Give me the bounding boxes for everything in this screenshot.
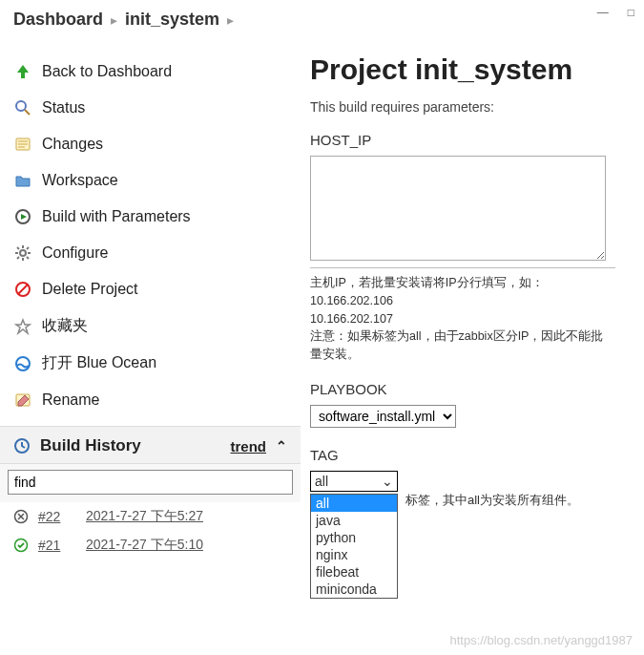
svg-line-12	[17, 247, 19, 249]
svg-line-1	[25, 110, 30, 115]
hint-line: 10.166.202.106	[310, 292, 615, 310]
chevron-up-icon[interactable]: ⌃	[276, 438, 287, 454]
tag-selected-value: all	[315, 474, 328, 489]
chevron-right-icon: ▸	[111, 12, 117, 28]
build-number[interactable]: #22	[38, 509, 76, 524]
window-min-icon[interactable]: —	[597, 6, 609, 19]
hostip-textarea[interactable]	[310, 156, 606, 261]
hint-line: 注意：如果标签为all，由于zabbix区分IP，因此不能批量安装。	[310, 328, 615, 364]
nav-label: Status	[42, 99, 85, 116]
nav-label: Delete Project	[42, 281, 138, 298]
requires-params-text: This build requires parameters:	[310, 99, 629, 115]
nav-build-with-parameters[interactable]: Build with Parameters	[0, 199, 301, 235]
page-title: Project init_system	[310, 53, 629, 86]
build-number[interactable]: #21	[38, 538, 76, 553]
tag-dropdown-list: all java python nginx filebeat miniconda	[310, 494, 398, 599]
breadcrumb-project[interactable]: init_system	[125, 10, 219, 30]
no-entry-icon	[13, 280, 32, 299]
notepad-edit-icon	[13, 391, 32, 410]
nav-favorites[interactable]: 收藏夹	[0, 307, 301, 345]
playbook-select[interactable]: software_install.yml	[310, 405, 456, 428]
playbook-label: PLAYBOOK	[310, 381, 629, 397]
nav-label: Workspace	[42, 172, 118, 189]
svg-point-7	[20, 250, 26, 256]
build-history-title: Build History	[40, 436, 141, 455]
nav-label: Configure	[42, 244, 108, 262]
sidebar: Back to Dashboard Status Changes Workspa…	[0, 40, 301, 647]
watermark: https://blog.csdn.net/yanggd1987	[449, 633, 633, 647]
tag-label: TAG	[310, 447, 629, 463]
nav-label: Back to Dashboard	[42, 63, 172, 80]
build-time[interactable]: 2021-7-27 下午5:10	[86, 537, 203, 554]
magnifier-icon	[13, 98, 32, 117]
svg-line-13	[27, 257, 29, 259]
nav-rename[interactable]: Rename	[0, 382, 301, 418]
breadcrumb: Dashboard ▸ init_system ▸	[0, 0, 644, 40]
nav-configure[interactable]: Configure	[0, 235, 301, 271]
blue-ocean-icon	[13, 354, 32, 373]
nav-label: 打开 Blue Ocean	[42, 353, 156, 373]
tag-option-nginx[interactable]: nginx	[311, 546, 397, 563]
tag-option-java[interactable]: java	[311, 512, 397, 529]
hint-line: 主机IP，若批量安装请将IP分行填写，如：	[310, 274, 615, 292]
window-controls: — □	[588, 0, 644, 25]
chevron-down-icon: ⌄	[382, 474, 393, 489]
svg-line-14	[17, 257, 19, 259]
nav-back-to-dashboard[interactable]: Back to Dashboard	[0, 53, 301, 90]
folder-icon	[13, 171, 32, 190]
tag-option-all[interactable]: all	[311, 495, 397, 512]
nav-label: Changes	[42, 136, 103, 153]
build-row[interactable]: #22 2021-7-27 下午5:27	[0, 502, 301, 531]
tag-select[interactable]: all ⌄	[310, 471, 398, 492]
build-history-find-input[interactable]	[8, 470, 293, 495]
nav-delete-project[interactable]: Delete Project	[0, 271, 301, 307]
notepad-icon	[13, 135, 32, 154]
clock-play-icon	[13, 207, 32, 226]
gear-icon	[13, 243, 32, 263]
trend-link[interactable]: trend	[231, 438, 267, 454]
tag-option-python[interactable]: python	[311, 529, 397, 546]
arrow-up-icon	[13, 62, 32, 81]
nav-label: Build with Parameters	[42, 208, 191, 225]
build-time[interactable]: 2021-7-27 下午5:27	[86, 508, 203, 525]
hostip-hint: 主机IP，若批量安装请将IP分行填写，如： 10.166.202.106 10.…	[310, 267, 615, 364]
nav-blue-ocean[interactable]: 打开 Blue Ocean	[0, 345, 301, 382]
status-cancel-icon	[13, 509, 29, 524]
hostip-label: HOST_IP	[310, 132, 629, 148]
build-history-find-wrap	[0, 464, 301, 502]
star-icon	[13, 317, 32, 336]
nav-changes[interactable]: Changes	[0, 126, 301, 162]
nav-label: 收藏夹	[42, 316, 88, 336]
tag-hint: 标签，其中all为安装所有组件。	[405, 492, 579, 509]
nav-status[interactable]: Status	[0, 90, 301, 126]
tag-option-miniconda[interactable]: miniconda	[311, 581, 397, 598]
status-ok-icon	[13, 538, 29, 553]
window-max-icon[interactable]: □	[628, 6, 634, 19]
tag-option-filebeat[interactable]: filebeat	[311, 563, 397, 581]
breadcrumb-dashboard[interactable]: Dashboard	[13, 10, 103, 30]
svg-line-17	[18, 285, 28, 294]
svg-point-0	[16, 101, 26, 111]
build-row[interactable]: #21 2021-7-27 下午5:10	[0, 531, 301, 560]
history-icon	[13, 437, 31, 454]
nav-workspace[interactable]: Workspace	[0, 162, 301, 199]
svg-line-15	[27, 247, 29, 249]
hint-line: 10.166.202.107	[310, 310, 615, 328]
main-content: Project init_system This build requires …	[301, 40, 644, 647]
chevron-right-icon: ▸	[227, 12, 234, 28]
nav-label: Rename	[42, 391, 99, 409]
build-history-header: Build History trend ⌃	[0, 426, 301, 464]
